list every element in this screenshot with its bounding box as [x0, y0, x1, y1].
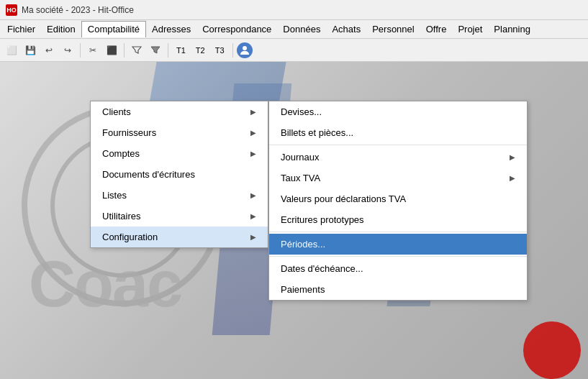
menu-bar: Fichier Edition Comptabilité Adresses Co…: [0, 20, 588, 39]
journaux-arrow: ▶: [510, 153, 515, 161]
title-bar: HO Ma société - 2023 - Hit-Office: [0, 0, 588, 20]
utilitaires-arrow: ▶: [250, 212, 256, 220]
menu-donnees[interactable]: Données: [277, 22, 326, 37]
fournisseurs-arrow: ▶: [250, 129, 256, 137]
clients-arrow: ▶: [250, 108, 256, 116]
bg-text-coac: Coac: [29, 247, 181, 321]
divider-3: [269, 256, 527, 257]
menu-valeurs-declarations-tva[interactable]: Valeurs pour déclarations TVA: [269, 188, 527, 209]
toolbar-separator-2: [124, 43, 125, 58]
app-icon: HO: [6, 4, 17, 16]
toolbar-btn-new[interactable]: ⬜: [3, 42, 20, 59]
toolbar-separator-1: [80, 43, 81, 58]
menu-achats[interactable]: Achats: [326, 22, 366, 37]
menu-offre[interactable]: Offre: [420, 22, 453, 37]
toolbar-separator-3: [168, 43, 168, 58]
menu-correspondance[interactable]: Correspondance: [196, 22, 277, 37]
toolbar-btn-cut[interactable]: ✂: [84, 42, 101, 59]
toolbar-btn-copy[interactable]: ⬛: [103, 42, 120, 59]
menu-comptes[interactable]: Comptes ▶: [91, 143, 268, 164]
window-title: Ma société - 2023 - Hit-Office: [22, 5, 134, 15]
menu-clients[interactable]: Clients ▶: [91, 101, 268, 122]
toolbar-btn-t3[interactable]: T3: [211, 44, 229, 57]
toolbar: ⬜ 💾 ↩ ↪ ✂ ⬛ T1 T2 T3: [0, 39, 588, 62]
configuration-arrow: ▶: [250, 233, 256, 241]
menu-devises[interactable]: Devises...: [269, 101, 527, 122]
taux-tva-arrow: ▶: [510, 174, 515, 182]
menu-ecritures-prototypes[interactable]: Ecritures prototypes: [269, 209, 527, 230]
toolbar-user-icon[interactable]: [237, 42, 253, 58]
divider-2: [269, 232, 527, 232]
menu-billets-pieces[interactable]: Billets et pièces...: [269, 122, 527, 143]
listes-arrow: ▶: [250, 191, 256, 199]
menu-comptabilite[interactable]: Comptabilité: [81, 21, 146, 37]
menu-utilitaires[interactable]: Utilitaires ▶: [91, 206, 268, 227]
comptes-arrow: ▶: [250, 150, 256, 157]
toolbar-btn-t1[interactable]: T1: [172, 44, 190, 57]
menu-periodes[interactable]: Périodes...: [269, 234, 527, 255]
menu-configuration[interactable]: Configuration ▶: [91, 227, 268, 247]
menu-dates-echeance[interactable]: Dates d'échéance...: [269, 258, 527, 279]
menu-fichier[interactable]: Fichier: [1, 22, 41, 37]
menu-personnel[interactable]: Personnel: [366, 22, 420, 37]
menu-adresses[interactable]: Adresses: [146, 22, 196, 37]
dropdown-comptabilite: Clients ▶ Fournisseurs ▶ Comptes ▶ Docum…: [90, 101, 268, 248]
toolbar-btn-filter2[interactable]: [147, 42, 164, 59]
menu-planning[interactable]: Planning: [488, 22, 536, 37]
menu-edition[interactable]: Edition: [41, 22, 81, 37]
toolbar-btn-undo[interactable]: ↩: [40, 42, 58, 59]
menu-taux-tva[interactable]: Taux TVA ▶: [269, 168, 527, 188]
toolbar-btn-save[interactable]: 💾: [22, 42, 39, 59]
svg-point-0: [243, 46, 247, 50]
dropdown-configuration: Devises... Billets et pièces... Journaux…: [268, 101, 528, 301]
main-content: Teac Coac Clients ▶ Fournisseurs ▶ Compt…: [0, 62, 588, 379]
menu-projet[interactable]: Projet: [452, 22, 488, 37]
divider-1: [269, 145, 527, 145]
bg-circle: [523, 321, 581, 379]
menu-journaux[interactable]: Journaux ▶: [269, 147, 527, 168]
menu-listes[interactable]: Listes ▶: [91, 185, 268, 206]
toolbar-btn-t2[interactable]: T2: [191, 44, 209, 57]
menu-paiements[interactable]: Paiements: [269, 279, 527, 300]
toolbar-btn-filter[interactable]: [128, 42, 145, 59]
toolbar-btn-redo[interactable]: ↪: [59, 42, 76, 59]
menu-fournisseurs[interactable]: Fournisseurs ▶: [91, 122, 268, 143]
menu-documents-ecritures[interactable]: Documents d'écritures: [91, 164, 268, 185]
toolbar-separator-4: [232, 43, 233, 58]
